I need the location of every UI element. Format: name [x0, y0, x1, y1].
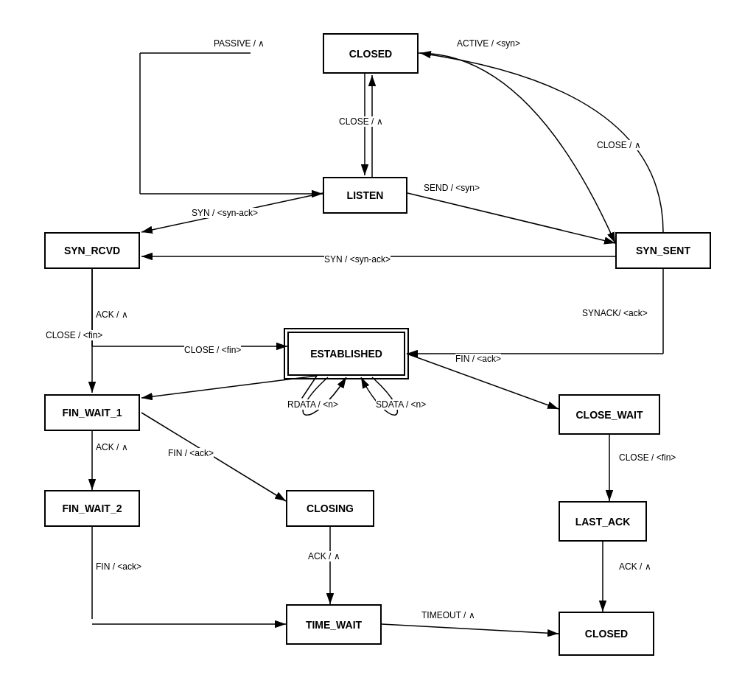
- state-close-wait: CLOSE_WAIT: [559, 394, 660, 435]
- label-close-fin2: CLOSE / <fin>: [184, 345, 241, 355]
- label-ack-fw1: ACK / ∧: [96, 442, 128, 452]
- state-listen: LISTEN: [323, 177, 407, 214]
- label-passive: PASSIVE / ∧: [214, 38, 265, 49]
- label-timeout: TIMEOUT / ∧: [421, 610, 475, 620]
- label-fin-ack1: FIN / <ack>: [455, 354, 501, 364]
- label-ack-last: ACK / ∧: [619, 561, 651, 572]
- svg-line-20: [382, 624, 559, 634]
- label-ack-closing: ACK / ∧: [308, 551, 340, 561]
- svg-line-3: [407, 193, 615, 243]
- label-rdata: RDATA / <n>: [287, 399, 338, 410]
- label-syn-synack1: SYN / <syn-ack>: [192, 208, 258, 218]
- label-fin-ack3: FIN / <ack>: [96, 561, 141, 572]
- state-closing: CLOSING: [286, 490, 374, 527]
- label-fin-ack2: FIN / <ack>: [168, 448, 214, 458]
- state-time-wait: TIME_WAIT: [286, 604, 382, 645]
- label-close-listen: CLOSE / ∧: [339, 116, 383, 127]
- state-fin-wait-1: FIN_WAIT_1: [44, 394, 140, 431]
- tcp-state-diagram: CLOSED LISTEN SYN_RCVD SYN_SENT ESTABLIS…: [0, 0, 742, 700]
- label-ack-lambda: ACK / ∧: [96, 309, 128, 320]
- state-closed-top: CLOSED: [323, 33, 419, 74]
- label-send-syn: SEND / <syn>: [424, 183, 480, 193]
- state-established: ESTABLISHED: [287, 332, 405, 376]
- label-close-fin3: CLOSE / <fin>: [619, 452, 676, 463]
- label-syn-synack2: SYN / <syn-ack>: [324, 254, 391, 265]
- label-close-syn-sent: CLOSE / ∧: [597, 140, 641, 150]
- label-synack-ack: SYNACK/ <ack>: [582, 308, 648, 318]
- label-sdata: SDATA / <n>: [376, 399, 426, 410]
- label-close-fin1: CLOSE / <fin>: [46, 330, 102, 340]
- label-active: ACTIVE / <syn>: [457, 38, 520, 49]
- state-syn-sent: SYN_SENT: [615, 232, 711, 269]
- state-syn-rcvd: SYN_RCVD: [44, 232, 140, 269]
- state-last-ack: LAST_ACK: [559, 501, 647, 542]
- svg-line-11: [141, 376, 317, 398]
- state-closed-bottom: CLOSED: [559, 612, 654, 656]
- state-fin-wait-2: FIN_WAIT_2: [44, 490, 140, 527]
